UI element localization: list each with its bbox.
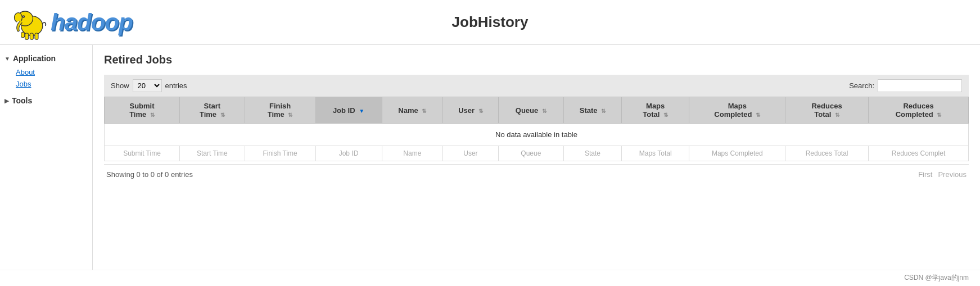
table-footer-columns-row: Submit Time Start Time Finish Time Job I… [105, 146, 969, 161]
footer-col-finish-time: Finish Time [245, 146, 315, 161]
entries-label: entries [165, 81, 187, 90]
sort-icon-reduces-completed: ⇅ [937, 112, 941, 118]
jobs-table: SubmitTime ⇅ StartTime ⇅ FinishTime ⇅ Jo… [104, 97, 969, 161]
show-entries-control: Show 20 50 100 entries [111, 79, 187, 92]
sidebar-application-label: Application [13, 54, 56, 63]
svg-point-2 [15, 13, 22, 22]
hadoop-logo: hadoop [11, 4, 133, 40]
col-reduces-total[interactable]: ReducesTotal ⇅ [785, 97, 869, 124]
footer-col-job-id: Job ID [315, 146, 382, 161]
search-label: Search: [849, 81, 874, 90]
sort-icon-queue: ⇅ [542, 108, 547, 114]
sidebar-application-section: ▼ Application About Jobs [0, 51, 92, 90]
search-area: Search: [849, 79, 962, 92]
header: hadoop JobHistory [0, 0, 980, 45]
col-submit-time[interactable]: SubmitTime ⇅ [105, 97, 180, 124]
col-name[interactable]: Name ⇅ [382, 97, 443, 124]
table-footer: Showing 0 to 0 of 0 entries First Previo… [104, 164, 969, 184]
sort-icon-start-time: ⇅ [220, 112, 225, 118]
svg-rect-8 [21, 32, 25, 38]
col-state[interactable]: State ⇅ [563, 97, 621, 124]
show-label: Show [111, 81, 129, 90]
footer-col-user: User [443, 146, 499, 161]
tools-arrow-icon: ▶ [4, 98, 9, 104]
svg-rect-7 [35, 33, 38, 39]
footer-col-queue: Queue [498, 146, 563, 161]
col-maps-completed[interactable]: MapsCompleted ⇅ [689, 97, 785, 124]
sort-icon-user: ⇅ [478, 108, 483, 114]
footer-col-start-time: Start Time [180, 146, 245, 161]
col-maps-total[interactable]: MapsTotal ⇅ [621, 97, 689, 124]
no-data-row: No data available in table [105, 124, 969, 146]
sidebar-application-header[interactable]: ▼ Application [0, 51, 92, 66]
footer-col-reduces-total: Reduces Total [785, 146, 869, 161]
sidebar-application-links: About Jobs [0, 66, 92, 90]
sort-icon-finish-time: ⇅ [288, 112, 292, 118]
svg-rect-5 [25, 33, 29, 39]
elephant-icon [11, 4, 51, 40]
footer-col-name: Name [382, 146, 443, 161]
footer-col-maps-total: Maps Total [621, 146, 689, 161]
sort-icon-submit-time: ⇅ [150, 112, 155, 118]
svg-rect-6 [30, 33, 33, 39]
footer-col-maps-completed: Maps Completed [689, 146, 785, 161]
sidebar-tools-header[interactable]: ▶ Tools [0, 93, 92, 108]
svg-point-4 [23, 16, 24, 16]
footer-col-state: State [563, 146, 621, 161]
pagination-buttons: First Previous [918, 170, 967, 179]
table-body: No data available in table Submit Time S… [105, 124, 969, 161]
sort-icon-name: ⇅ [422, 108, 426, 114]
section-title: Retired Jobs [104, 53, 969, 66]
previous-button[interactable]: Previous [938, 170, 967, 179]
logo-area: hadoop [11, 4, 133, 40]
sort-icon-maps-completed: ⇅ [756, 112, 760, 118]
sidebar: ▼ Application About Jobs ▶ Tools [0, 45, 93, 270]
search-input[interactable] [878, 79, 962, 92]
col-reduces-completed[interactable]: ReducesCompleted ⇅ [869, 97, 969, 124]
sort-icon-reduces-total: ⇅ [835, 112, 839, 118]
sidebar-tools-section: ▶ Tools [0, 93, 92, 108]
col-finish-time[interactable]: FinishTime ⇅ [245, 97, 315, 124]
no-data-message: No data available in table [105, 124, 969, 146]
sort-icon-state: ⇅ [601, 108, 606, 114]
application-arrow-icon: ▼ [4, 56, 10, 62]
sidebar-link-about[interactable]: About [11, 66, 92, 78]
col-queue[interactable]: Queue ⇅ [498, 97, 563, 124]
sidebar-link-jobs[interactable]: Jobs [11, 78, 92, 90]
content-area: Retired Jobs Show 20 50 100 entries Sear… [93, 45, 980, 270]
sort-icon-job-id: ▼ [359, 108, 364, 114]
col-user[interactable]: User ⇅ [443, 97, 499, 124]
entries-select[interactable]: 20 50 100 [133, 79, 162, 92]
sort-icon-maps-total: ⇅ [663, 112, 668, 118]
footer-col-submit-time: Submit Time [105, 146, 180, 161]
col-job-id[interactable]: Job ID ▼ [315, 97, 382, 124]
attribution-text: CSDN @学java的jnm [904, 274, 969, 282]
main-layout: ▼ Application About Jobs ▶ Tools Retired… [0, 45, 980, 270]
attribution: CSDN @学java的jnm [0, 270, 980, 285]
sidebar-tools-label: Tools [12, 96, 32, 105]
page-title: JobHistory [452, 13, 529, 31]
table-controls: Show 20 50 100 entries Search: [104, 75, 969, 97]
showing-info: Showing 0 to 0 of 0 entries [106, 170, 193, 179]
hadoop-logo-text: hadoop [51, 9, 133, 36]
table-header-row: SubmitTime ⇅ StartTime ⇅ FinishTime ⇅ Jo… [105, 97, 969, 124]
col-start-time[interactable]: StartTime ⇅ [180, 97, 245, 124]
first-button[interactable]: First [918, 170, 932, 179]
footer-col-reduces-completed: Reduces Complet [869, 146, 969, 161]
